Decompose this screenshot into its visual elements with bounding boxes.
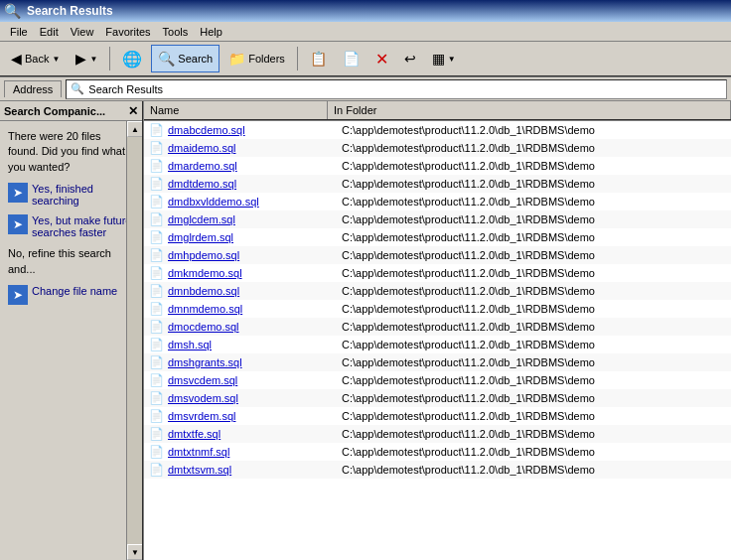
table-row[interactable]: 📄dmdbxvlddemo.sqlC:\app\demotest\product… [144,193,731,210]
address-text: Search Results [88,83,163,95]
refresh-button[interactable]: 🌐 [115,45,149,72]
table-row[interactable]: 📄dmnbdemo.sqlC:\app\demotest\product\11.… [144,282,731,300]
yes-finished-label: Yes, finished searching [32,183,134,207]
toolbar-separator-1 [109,47,110,70]
file-name: dmnmdemo.sql [168,303,342,315]
views-icon: ▦ [432,51,445,67]
undo-button[interactable]: ↩ [397,45,423,72]
column-header-name[interactable]: Name [144,101,328,119]
menu-edit[interactable]: Edit [34,24,65,40]
yes-finished-link[interactable]: ➤ Yes, finished searching [8,183,134,207]
table-row[interactable]: 📄dmsvrdem.sqlC:\app\demotest\product\11.… [144,407,731,425]
file-folder: C:\app\demotest\product\11.2.0\db_1\RDBM… [342,410,727,422]
folders-button[interactable]: 📁 Folders [221,45,292,72]
file-list-header: Name In Folder [144,101,731,121]
table-row[interactable]: 📄dmsh.sqlC:\app\demotest\product\11.2.0\… [144,336,731,353]
file-folder: C:\app\demotest\product\11.2.0\db_1\RDBM… [342,249,727,261]
address-icon: 🔍 [71,82,84,95]
scrollbar-track [127,137,142,544]
left-panel-scrollbar: ▲ ▼ [126,121,142,560]
table-row[interactable]: 📄dmtxtfe.sqlC:\app\demotest\product\11.2… [144,425,731,443]
table-row[interactable]: 📄dmkmdemo.sqlC:\app\demotest\product\11.… [144,264,731,282]
file-icon: 📄 [148,337,164,352]
copy-icon: 📄 [343,51,360,67]
move-button[interactable]: 📋 [303,45,334,72]
back-dropdown-icon: ▼ [52,55,60,64]
file-name: dmhpdemo.sql [168,249,342,261]
file-name: dmtxtnmf.sql [168,446,342,458]
views-dropdown-icon: ▼ [448,55,456,64]
forward-dropdown-icon: ▼ [89,55,97,64]
copy-button[interactable]: 📄 [336,45,366,72]
file-name: dmardemo.sql [168,160,342,172]
back-label: Back [25,53,49,65]
delete-button[interactable]: ✕ [368,45,395,72]
left-panel-header: Search Companic... ✕ [0,101,142,121]
file-folder: C:\app\demotest\product\11.2.0\db_1\RDBM… [342,321,727,333]
table-row[interactable]: 📄dmdtdemo.sqlC:\app\demotest\product\11.… [144,175,731,193]
search-icon: 🔍 [158,51,175,67]
column-header-folder[interactable]: In Folder [328,101,731,119]
change-file-link[interactable]: ➤ Change file name [8,285,134,305]
undo-icon: ↩ [404,51,416,67]
menu-view[interactable]: View [65,24,100,40]
yes-faster-arrow-icon: ➤ [8,214,28,234]
search-button[interactable]: 🔍 Search [151,45,219,72]
file-folder: C:\app\demotest\product\11.2.0\db_1\RDBM… [342,213,727,225]
yes-finished-arrow-icon: ➤ [8,183,28,203]
file-icon: 📄 [148,426,164,442]
table-row[interactable]: 📄dmsvcdem.sqlC:\app\demotest\product\11.… [144,371,731,389]
scrollbar-up-button[interactable]: ▲ [127,121,143,137]
file-folder: C:\app\demotest\product\11.2.0\db_1\RDBM… [342,178,727,190]
table-row[interactable]: 📄dmocdemo.sqlC:\app\demotest\product\11.… [144,318,731,336]
table-row[interactable]: 📄dmtxtnmf.sqlC:\app\demotest\product\11.… [144,443,731,461]
file-name: dmabcdemo.sql [168,124,342,136]
file-name: dmdbxvlddemo.sql [168,196,342,208]
file-list: 📄dmabcdemo.sqlC:\app\demotest\product\11… [144,121,731,560]
table-row[interactable]: 📄dmglrdem.sqlC:\app\demotest\product\11.… [144,228,731,246]
file-icon: 📄 [148,122,164,138]
left-panel-close-button[interactable]: ✕ [128,104,138,118]
file-icon: 📄 [148,211,164,227]
file-icon: 📄 [148,158,164,174]
folders-icon: 📁 [228,51,245,67]
file-list-panel: Name In Folder 📄dmabcdemo.sqlC:\app\demo… [144,101,731,560]
address-tab[interactable]: Address [4,80,62,97]
search-result-message: There were 20 files found. Did you find … [8,129,134,175]
change-file-label: Change file name [32,285,117,297]
file-name: dmnbdemo.sql [168,285,342,297]
file-name: dmsvrdem.sql [168,410,342,422]
forward-arrow-icon: ▶ [75,51,86,67]
table-row[interactable]: 📄dmnmdemo.sqlC:\app\demotest\product\11.… [144,300,731,318]
address-value: 🔍 Search Results [66,79,727,99]
menu-help[interactable]: Help [194,24,228,40]
file-name: dmtxtfe.sql [168,428,342,440]
delete-icon: ✕ [375,50,388,69]
table-row[interactable]: 📄dmglcdem.sqlC:\app\demotest\product\11.… [144,210,731,228]
file-folder: C:\app\demotest\product\11.2.0\db_1\RDBM… [342,339,727,350]
views-button[interactable]: ▦ ▼ [425,45,463,72]
file-name: dmtxtsvm.sql [168,464,342,476]
table-row[interactable]: 📄dmshgrants.sqlC:\app\demotest\product\1… [144,353,731,371]
table-row[interactable]: 📄dmardemo.sqlC:\app\demotest\product\11.… [144,157,731,175]
table-row[interactable]: 📄dmtxtsvm.sqlC:\app\demotest\product\11.… [144,461,731,479]
toolbar: ◀ Back ▼ ▶ ▼ 🌐 🔍 Search 📁 Folders 📋 📄 ✕ … [0,42,731,77]
table-row[interactable]: 📄dmsvodem.sqlC:\app\demotest\product\11.… [144,389,731,407]
file-name: dmshgrants.sql [168,356,342,368]
left-panel-content: There were 20 files found. Did you find … [0,121,142,321]
scrollbar-down-button[interactable]: ▼ [127,544,143,560]
table-row[interactable]: 📄dmhpdemo.sqlC:\app\demotest\product\11.… [144,246,731,264]
menu-favorites[interactable]: Favorites [99,24,156,40]
folders-label: Folders [248,53,285,65]
menu-tools[interactable]: Tools [157,24,195,40]
forward-button[interactable]: ▶ ▼ [69,45,104,72]
menu-file[interactable]: File [4,24,34,40]
refine-label: No, refine this search and... [8,246,134,277]
yes-faster-link[interactable]: ➤ Yes, but make future searches faster [8,214,134,238]
table-row[interactable]: 📄dmaidemo.sqlC:\app\demotest\product\11.… [144,139,731,157]
table-row[interactable]: 📄dmabcdemo.sqlC:\app\demotest\product\11… [144,121,731,139]
toolbar-separator-2 [297,47,298,70]
file-folder: C:\app\demotest\product\11.2.0\db_1\RDBM… [342,142,727,154]
file-folder: C:\app\demotest\product\11.2.0\db_1\RDBM… [342,446,727,458]
back-button[interactable]: ◀ Back ▼ [4,45,67,72]
